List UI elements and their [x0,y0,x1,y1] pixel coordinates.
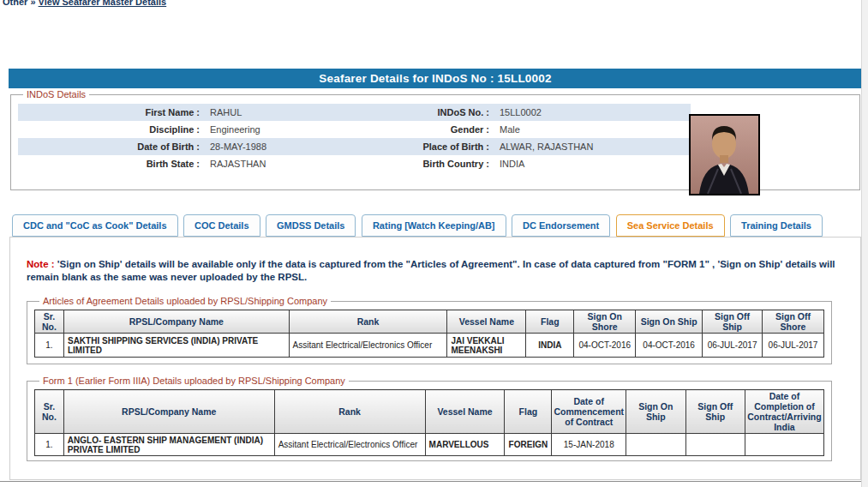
tab-dc-endorsement[interactable]: DC Endorsement [512,214,610,237]
articles-of-agreement-fieldset: Articles of Agreement Details uploaded b… [27,296,832,364]
col-sign-off-ship: Sign Off Ship [703,310,763,334]
breadcrumb-root: Other [3,0,27,7]
form1-table: Sr. No. RPSL/Company Name Rank Vessel Na… [34,389,824,456]
col-sr-no: Sr. No. [35,390,64,434]
cell-company: SAKTHI SHIPPING SERVICES (INDIA) PRIVATE… [63,334,289,358]
indos-details-table: First Name : RAHUL INDoS No. : 15LL0002 … [18,104,691,172]
note-label: Note : [27,259,55,269]
note-body: 'Sign on Ship' details will be available… [27,259,835,282]
form1-legend: Form 1 (Earlier Form IIIA) Details uploa… [39,376,349,386]
page-title: Seafarer Details for INDoS No : 15LL0002 [9,69,862,88]
scrollbar-track[interactable] [861,0,868,487]
cell-rank: Assitant Electrical/Electronics Officer [274,434,425,456]
field-label-gender: Gender : [392,121,494,138]
form1-header-row: Sr. No. RPSL/Company Name Rank Vessel Na… [35,390,824,434]
col-date-of-completion: Date of Completion of Contract/Arriving … [745,390,823,434]
field-label-date-of-birth: Date of Birth : [18,138,205,155]
breadcrumb: Other » View Seafarer Master Details [3,0,166,7]
indos-row: First Name : RAHUL INDoS No. : 15LL0002 [18,104,691,121]
field-label-indos-no: INDoS No. : [392,104,494,121]
field-value-first-name: RAHUL [205,104,392,121]
cell-sign-on-ship [626,434,685,456]
cell-sign-off-ship [685,434,745,456]
cell-rank: Assitant Electrical/Electronics Officer [289,334,447,358]
col-vessel-name: Vessel Name [447,310,526,334]
col-sr-no: Sr. No. [35,310,64,334]
col-sign-on-shore: Sign On Shore [574,310,636,334]
form1-data-row: 1. ANGLO- EASTERN SHIP MANAGEMENT (INDIA… [35,434,824,456]
tab-coc-details[interactable]: COC Details [183,214,260,237]
col-sign-off-ship: Sign Off Ship [685,390,745,434]
tab-rating-watch-keeping-ab[interactable]: Rating [Watch Keeping/AB] [362,214,506,237]
col-rpsl-company-name: RPSL/Company Name [63,310,289,334]
col-flag: Flag [526,310,574,334]
cell-flag: FOREIGN [505,434,552,456]
articles-data-row: 1. SAKTHI SHIPPING SERVICES (INDIA) PRIV… [35,334,824,358]
indos-row: Birth State : RAJASTHAN Birth Country : … [18,155,691,172]
form1-fieldset: Form 1 (Earlier Form IIIA) Details uploa… [27,376,832,461]
seafarer-photo [689,114,760,195]
col-rank: Rank [289,310,447,334]
cell-sign-off-ship: 06-JUL-2017 [703,334,763,358]
articles-header-row: Sr. No. RPSL/Company Name Rank Vessel Na… [35,310,824,334]
breadcrumb-separator: » [30,0,35,7]
col-flag: Flag [505,390,552,434]
col-vessel-name: Vessel Name [425,390,505,434]
col-sign-off-shore: Sign Off Shore [762,310,823,334]
cell-company: ANGLO- EASTERN SHIP MANAGEMENT (INDIA) P… [63,434,274,456]
tab-cdc-coc-as-cook-details[interactable]: CDC and "CoC as Cook" Details [12,214,178,237]
articles-table: Sr. No. RPSL/Company Name Rank Vessel Na… [34,310,824,358]
field-label-discipline: Discipline : [18,121,205,138]
col-date-of-commencement: Date of Commencement of Contract [552,390,626,434]
col-sign-on-ship: Sign On Ship [636,310,703,334]
tab-sea-service-details[interactable]: Sea Service Details [616,214,725,237]
indos-row: Discipline : Engineering Gender : Male [18,121,691,138]
field-value-birth-country: INDIA [494,155,691,172]
cell-sr-no: 1. [35,334,64,358]
col-sign-on-ship: Sign On Ship [626,390,685,434]
field-value-date-of-birth: 28-MAY-1988 [205,138,392,155]
field-value-discipline: Engineering [205,121,392,138]
note-text: Note : 'Sign on Ship' details will be av… [27,258,842,284]
cell-sign-on-ship: 04-OCT-2016 [636,334,703,358]
field-label-birth-country: Birth Country : [392,155,494,172]
cell-completion-date [745,434,823,456]
field-label-place-of-birth: Place of Birth : [392,138,494,155]
tab-gmdss-details[interactable]: GMDSS Details [266,214,356,237]
field-label-birth-state: Birth State : [18,155,205,172]
sea-service-panel: Note : 'Sign on Ship' details will be av… [9,237,861,480]
cell-sign-on-shore: 04-OCT-2016 [574,334,636,358]
col-rpsl-company-name: RPSL/Company Name [63,390,274,434]
cell-sr-no: 1. [35,434,64,456]
field-value-place-of-birth: ALWAR, RAJASTHAN [494,138,691,155]
cell-flag: INDIA [526,334,574,358]
breadcrumb-current-link[interactable]: View Seafarer Master Details [39,0,167,7]
field-value-indos-no: 15LL0002 [494,104,691,121]
indos-row: Date of Birth : 28-MAY-1988 Place of Bir… [18,138,691,155]
col-rank: Rank [274,390,425,434]
articles-legend: Articles of Agreement Details uploaded b… [39,296,331,306]
indos-details-fieldset: INDoS Details First Name : RAHUL INDoS N… [10,89,860,190]
field-value-gender: Male [494,121,691,138]
indos-details-legend: INDoS Details [23,89,89,99]
field-label-first-name: First Name : [18,104,205,121]
cell-commencement-date: 15-JAN-2018 [552,434,626,456]
cell-vessel: JAI VEKKALI MEENAKSHI [447,334,526,358]
page-bottom-divider [0,481,868,482]
field-value-birth-state: RAJASTHAN [205,155,392,172]
tab-bar: CDC and "CoC as Cook" Details COC Detail… [12,214,824,237]
tab-training-details[interactable]: Training Details [730,214,823,237]
cell-sign-off-shore: 06-JUL-2017 [762,334,823,358]
cell-vessel: MARVELLOUS [425,434,505,456]
